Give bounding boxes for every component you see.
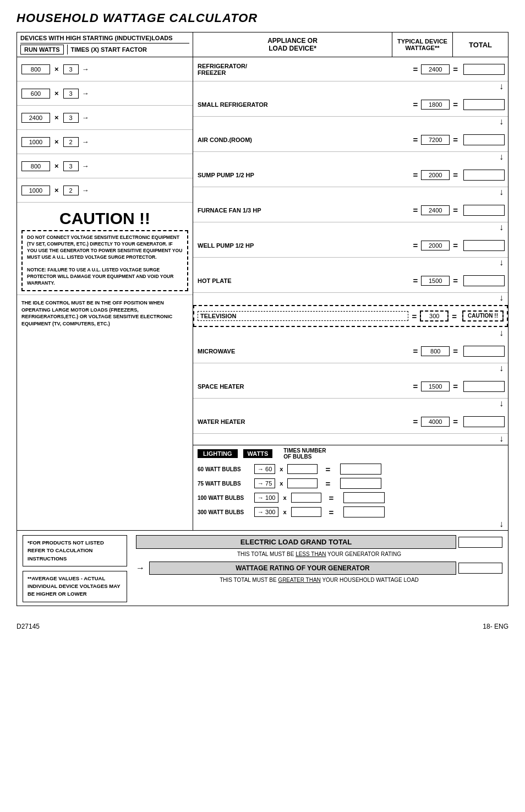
watts-6: 1000 xyxy=(21,186,50,195)
typical-4: 2000 xyxy=(421,170,450,180)
device-row-3: 2400 × 3 → xyxy=(17,106,193,130)
times-number-label: TIMES NUMBEROF BULBS xyxy=(283,448,326,460)
typical-3: 7200 xyxy=(421,135,450,145)
total-bulb-60[interactable] xyxy=(340,464,381,475)
bulb-row-75: 75 WATT BULBS → 75 x = xyxy=(193,476,508,491)
factor-6: 2 xyxy=(63,186,79,195)
lighting-label: LIGHTING xyxy=(198,449,238,458)
app-row-3: AIR COND.(ROOM) = 7200 = xyxy=(193,128,508,152)
total-bulb-75[interactable] xyxy=(340,478,381,489)
watts-2: 600 xyxy=(21,89,50,99)
watts-label: WATTS xyxy=(243,449,273,458)
device-row-6: 1000 × 2 → xyxy=(17,178,193,203)
watts-5: 800 xyxy=(21,161,50,171)
total-input-3[interactable] xyxy=(463,134,505,145)
app-row-microwave: MICROWAVE = 800 = xyxy=(193,339,508,363)
arrow-3: ↓ xyxy=(193,152,508,163)
run-watts-label: RUN WATTS xyxy=(20,45,64,55)
app-row-1: REFRIGERATOR/FREEZER = 2400 = xyxy=(193,57,508,81)
less-than-note: THIS TOTAL MUST BE LESS THAN YOUR GENERA… xyxy=(136,551,502,557)
wattage-rating-label: WATTAGE RATING OF YOUR GENERATOR xyxy=(149,562,456,575)
typical-tv: 300 xyxy=(420,310,449,321)
arrow-space-heater: ↓ xyxy=(193,399,508,410)
products-note: *FOR PRODUCTS NOT LISTED REFER TO CALCUL… xyxy=(23,535,127,566)
bulb-row-60: 60 WATT BULBS → 60 x = xyxy=(193,462,508,476)
total-input-6[interactable] xyxy=(463,240,505,251)
arrow-water-heater: ↓ xyxy=(193,434,508,445)
bulb-count-75[interactable] xyxy=(287,478,318,488)
device-row-2: 600 × 3 → xyxy=(17,81,193,106)
caution-tv: CAUTION !! xyxy=(462,310,504,321)
typical-space-heater: 1500 xyxy=(421,382,450,391)
arrow-2: ↓ xyxy=(193,117,508,128)
total-bulb-100[interactable] xyxy=(343,492,385,503)
watts-1: 800 xyxy=(21,64,50,74)
app-row-hot-plate: HOT PLATE = 1500 = xyxy=(193,269,508,293)
arrow-tv: ↓ xyxy=(193,328,508,339)
grand-total-input[interactable] xyxy=(458,537,502,548)
total-hot-plate[interactable] xyxy=(463,275,505,286)
bulb-count-100[interactable] xyxy=(291,493,321,503)
app-row-2: SMALL REFRIGERATOR = 1800 = xyxy=(193,92,508,117)
factor-3: 3 xyxy=(63,113,79,123)
factor-1: 3 xyxy=(63,64,79,74)
arrow-bulbs: ↓ xyxy=(193,519,508,530)
arrow-microwave: ↓ xyxy=(193,363,508,374)
greater-than-note: THIS TOTAL MUST BE GREATER THAN YOUR HOU… xyxy=(136,577,502,583)
device-row-5: 800 × 3 → xyxy=(17,154,193,178)
factor-5: 3 xyxy=(63,161,79,171)
typical-header: TYPICAL DEVICEWATTAGE** xyxy=(392,32,453,57)
average-note: **AVERAGE VALUES - ACTUAL INDIVIDUAL DEV… xyxy=(23,571,127,602)
bulb-count-300[interactable] xyxy=(291,507,321,517)
idle-control-note: THE IDLE CONTROL MUST BE IN THE OFF POSI… xyxy=(17,295,193,331)
devices-header: DEVICES WITH HIGH STARTING (INDUCTIVE)LO… xyxy=(20,35,189,43)
factor-4: 2 xyxy=(63,137,79,147)
typical-2: 1800 xyxy=(421,100,450,110)
times-factor-label: TIMES (X) START FACTOR xyxy=(71,46,147,53)
total-input-1[interactable] xyxy=(463,64,505,75)
app-row-space-heater: SPACE HEATER = 1500 = xyxy=(193,374,508,399)
total-input-2[interactable] xyxy=(463,99,505,110)
total-bulb-300[interactable] xyxy=(343,506,385,517)
app-row-4: SUMP PUMP 1/2 HP = 2000 = xyxy=(193,163,508,187)
typical-5: 2400 xyxy=(421,205,450,215)
bulb-count-60[interactable] xyxy=(287,464,318,474)
app-row-6: WELL PUMP 1/2 HP = 2000 = xyxy=(193,233,508,258)
typical-microwave: 800 xyxy=(421,346,450,356)
total-header: TOTAL xyxy=(453,32,508,57)
total-water-heater[interactable] xyxy=(463,416,505,427)
arrow-6: ↓ xyxy=(193,258,508,269)
caution-label: CAUTION !! xyxy=(21,205,188,230)
electric-grand-total-label: ELECTRIC LOAD GRAND TOTAL xyxy=(136,535,456,549)
generator-rating-input[interactable] xyxy=(458,563,502,574)
factor-2: 3 xyxy=(63,89,79,99)
arrow-4: ↓ xyxy=(193,187,508,198)
total-microwave[interactable] xyxy=(463,346,505,357)
typical-hot-plate: 1500 xyxy=(421,276,450,286)
page-title: HOUSEHOLD WATTAGE CALCULATOR xyxy=(17,11,508,25)
total-space-heater[interactable] xyxy=(463,381,505,392)
watts-4: 1000 xyxy=(21,137,50,147)
device-row-4: 1000 × 2 → xyxy=(17,130,193,154)
bulb-row-100: 100 WATT BULBS → 100 x = xyxy=(193,491,508,505)
app-row-5: FURNACE FAN 1/3 HP = 2400 = xyxy=(193,198,508,222)
total-input-5[interactable] xyxy=(463,205,505,216)
arrow-1: ↓ xyxy=(193,81,508,92)
bulb-row-300: 300 WATT BULBS → 300 x = xyxy=(193,505,508,519)
app-row-tv: TELEVISION = 300 = CAUTION !! xyxy=(193,305,508,327)
appliance-header: APPLIANCE ORLOAD DEVICE* xyxy=(193,32,392,57)
footer-left: D27145 xyxy=(17,623,40,630)
typical-6: 2000 xyxy=(421,241,450,250)
app-row-water-heater: WATER HEATER = 4000 = xyxy=(193,410,508,434)
footer-right: 18- ENG xyxy=(483,623,508,630)
caution-dashed-box: DO NOT CONNECT VOLTAGE SENSITIVE ELECTRO… xyxy=(21,230,188,291)
typical-water-heater: 4000 xyxy=(421,417,450,427)
watts-3: 2400 xyxy=(21,113,50,123)
device-row-1: 800 × 3 → xyxy=(17,57,193,81)
typical-1: 2400 xyxy=(421,64,450,74)
total-input-4[interactable] xyxy=(463,170,505,181)
arrow-5: ↓ xyxy=(193,222,508,233)
arrow-hot-plate: ↓ xyxy=(193,293,508,304)
